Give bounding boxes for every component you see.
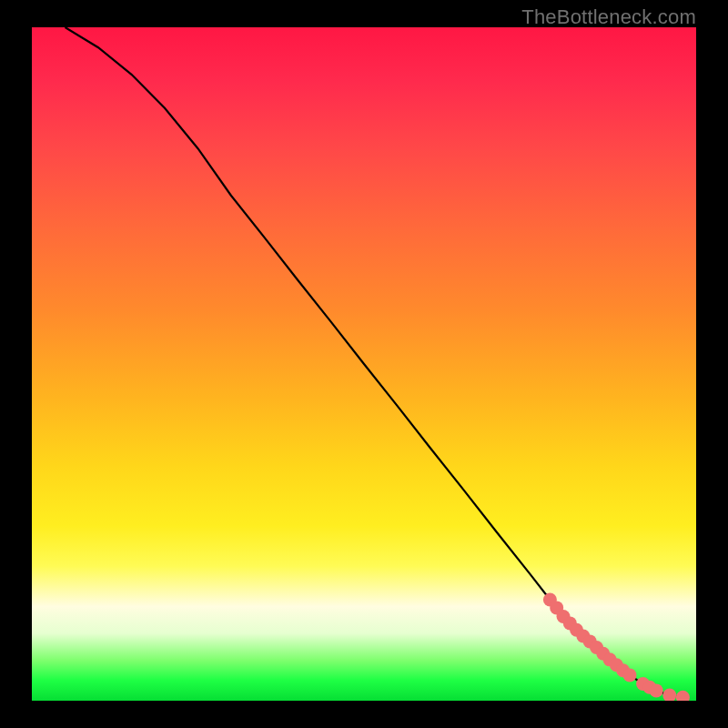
marker-point	[623, 668, 637, 682]
chart-overlay	[32, 27, 696, 701]
plot-area	[32, 27, 696, 701]
bottleneck-curve	[66, 27, 683, 697]
marker-point	[650, 683, 663, 697]
watermark-label: TheBottleneck.com	[521, 5, 696, 29]
chart-frame: TheBottleneck.com	[0, 0, 728, 728]
marker-point	[662, 689, 676, 701]
highlight-markers	[543, 593, 690, 702]
marker-point	[676, 691, 690, 701]
